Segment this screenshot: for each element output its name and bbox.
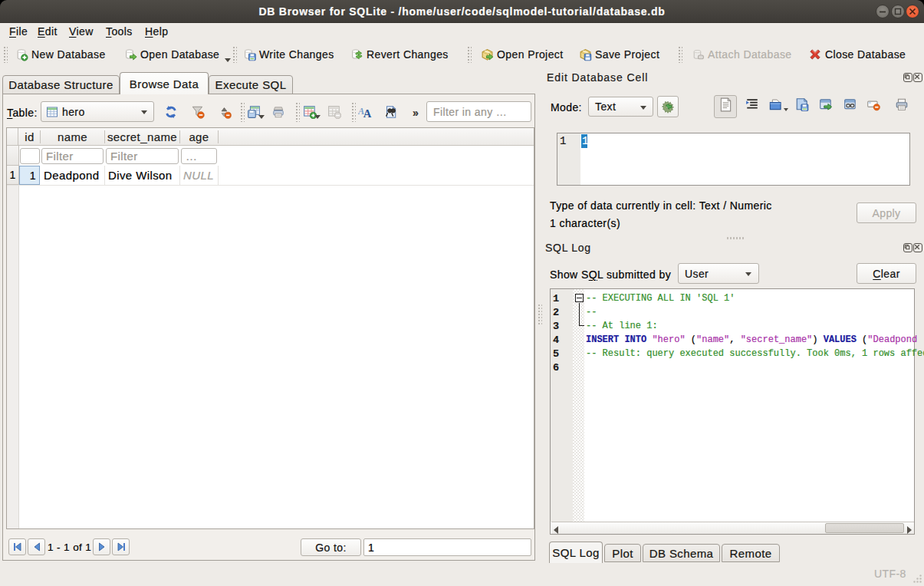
- svg-text:A: A: [363, 107, 372, 119]
